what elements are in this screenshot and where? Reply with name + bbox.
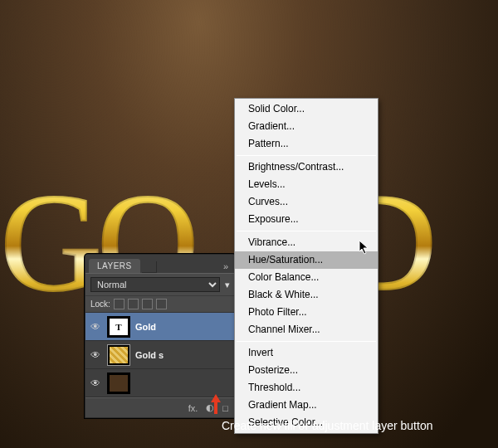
layer-name-label: Gold xyxy=(135,322,156,332)
lock-position-button[interactable] xyxy=(142,299,153,309)
panel-tab-bar: LAYERS » xyxy=(85,255,235,273)
lock-pixels-button[interactable] xyxy=(128,299,139,309)
adjustment-context-menu: Solid Color... Gradient... Pattern... Br… xyxy=(234,98,378,434)
menu-item-photo-filter[interactable]: Photo Filter... xyxy=(235,304,378,321)
menu-item-solid-color[interactable]: Solid Color... xyxy=(235,100,378,118)
layers-panel: LAYERS » Normal ▾ Lock: 👁 T Gold 👁 Gold … xyxy=(85,254,236,418)
menu-item-levels[interactable]: Levels... xyxy=(235,176,378,193)
lock-all-button[interactable] xyxy=(156,299,167,309)
layers-tab[interactable]: LAYERS xyxy=(89,259,140,273)
layer-row[interactable]: 👁 Gold s xyxy=(85,341,235,369)
visibility-icon[interactable]: 👁 xyxy=(89,321,102,333)
menu-item-hue-saturation[interactable]: Hue/Saturation... xyxy=(235,251,378,269)
adjustment-layer-button[interactable]: ◐ xyxy=(206,402,214,413)
annotation-caption: Create new fill or adjustment layer butt… xyxy=(222,419,432,432)
menu-item-black-white[interactable]: Black & White... xyxy=(235,286,378,304)
menu-item-vibrance[interactable]: Vibrance... xyxy=(235,234,378,251)
menu-separator xyxy=(237,341,376,342)
visibility-icon[interactable]: 👁 xyxy=(89,349,102,361)
layer-row[interactable]: 👁 xyxy=(85,369,235,397)
menu-item-curves[interactable]: Curves... xyxy=(235,193,378,211)
blend-mode-row: Normal ▾ xyxy=(85,273,235,296)
menu-item-channel-mixer[interactable]: Channel Mixer... xyxy=(235,321,378,338)
menu-separator xyxy=(237,231,376,231)
collapsed-tab[interactable] xyxy=(142,261,157,273)
lock-row: Lock: xyxy=(85,296,235,313)
menu-item-pattern[interactable]: Pattern... xyxy=(235,135,378,153)
mask-button[interactable]: □ xyxy=(222,403,228,413)
layer-thumbnail[interactable] xyxy=(107,344,130,366)
menu-item-gradient[interactable]: Gradient... xyxy=(235,118,378,135)
menu-item-brightness-contrast[interactable]: Brightness/Contrast... xyxy=(235,158,378,176)
menu-item-gradient-map[interactable]: Gradient Map... xyxy=(235,397,378,414)
layer-thumbnail[interactable] xyxy=(107,373,130,394)
panel-menu-icon[interactable]: » xyxy=(220,261,232,273)
lock-label: Lock: xyxy=(90,299,110,309)
menu-item-exposure[interactable]: Exposure... xyxy=(235,211,378,228)
dropdown-icon: ▾ xyxy=(225,280,230,290)
panel-bottom-toolbar: fx. ◐ □ xyxy=(85,397,235,417)
menu-separator xyxy=(237,155,376,156)
layer-list: 👁 T Gold 👁 Gold s 👁 xyxy=(85,313,235,397)
menu-item-color-balance[interactable]: Color Balance... xyxy=(235,269,378,286)
fx-button[interactable]: fx. xyxy=(188,403,198,413)
visibility-icon[interactable]: 👁 xyxy=(89,377,102,389)
menu-item-posterize[interactable]: Posterize... xyxy=(235,362,378,379)
layer-row[interactable]: 👁 T Gold xyxy=(85,313,235,341)
lock-transparency-button[interactable] xyxy=(114,299,124,309)
layer-thumbnail[interactable]: T xyxy=(107,316,130,338)
layer-name-label: Gold s xyxy=(135,350,164,360)
menu-item-threshold[interactable]: Threshold... xyxy=(235,379,378,397)
blend-mode-select[interactable]: Normal xyxy=(90,277,220,292)
menu-item-invert[interactable]: Invert xyxy=(235,344,378,362)
